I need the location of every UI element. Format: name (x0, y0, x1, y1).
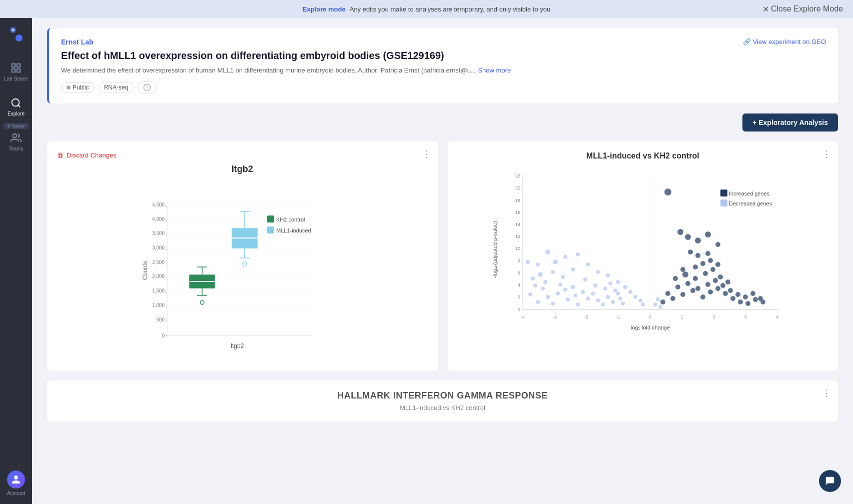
svg-point-125 (536, 262, 540, 266)
svg-text:2,000: 2,000 (152, 274, 165, 279)
svg-rect-4 (17, 64, 20, 66)
svg-point-139 (680, 292, 685, 297)
svg-point-111 (543, 280, 547, 284)
svg-point-2 (12, 28, 15, 32)
svg-text:4: 4 (776, 314, 778, 320)
boxplot-title: Itgb2 (57, 164, 428, 174)
sidebar-item-teams[interactable]: Teams 8 Teams (0, 124, 32, 159)
svg-text:0: 0 (518, 307, 520, 312)
svg-text:KH2 control: KH2 control (276, 216, 305, 222)
svg-text:MLL1-induced: MLL1-induced (276, 228, 311, 234)
svg-text:10: 10 (515, 246, 520, 251)
svg-point-160 (750, 291, 755, 296)
svg-point-105 (601, 302, 605, 306)
svg-point-1 (16, 34, 23, 42)
lab-space-icon (10, 62, 22, 74)
svg-text:18: 18 (515, 198, 520, 203)
svg-point-126 (526, 260, 530, 264)
public-tag-dot (67, 86, 71, 90)
svg-point-49 (200, 300, 204, 304)
svg-point-102 (576, 302, 580, 306)
svg-point-167 (718, 274, 723, 280)
svg-point-143 (715, 286, 720, 291)
svg-point-93 (551, 302, 555, 306)
svg-text:log₂ fold change: log₂ fold change (630, 324, 670, 330)
chat-bubble-button[interactable] (819, 470, 841, 492)
svg-point-140 (690, 288, 695, 293)
svg-text:-1: -1 (616, 314, 620, 320)
svg-point-185 (658, 305, 662, 309)
svg-point-88 (536, 300, 540, 304)
show-more-link[interactable]: Show more (478, 66, 511, 74)
svg-point-136 (641, 302, 645, 306)
svg-text:2: 2 (712, 314, 715, 320)
boxplot-menu-button[interactable]: ⋮ (422, 148, 431, 160)
svg-point-145 (730, 296, 735, 301)
tag-extra (138, 82, 157, 94)
svg-point-184 (656, 298, 660, 302)
svg-point-166 (710, 267, 715, 272)
svg-point-103 (606, 295, 610, 299)
link-icon: 🔗 (743, 38, 751, 46)
tag-rna-seq: RNA-seq (99, 82, 134, 93)
svg-point-107 (621, 302, 625, 306)
svg-point-172 (715, 262, 720, 267)
svg-text:500: 500 (157, 317, 165, 322)
svg-text:-3: -3 (553, 314, 557, 320)
svg-point-101 (581, 290, 585, 294)
tag-public: Public (61, 82, 95, 93)
svg-point-98 (586, 296, 590, 300)
exploratory-analysis-button[interactable]: + Exploratory Analysis (742, 114, 838, 132)
discard-changes-button[interactable]: 🗑 Discard Changes (57, 152, 428, 159)
svg-point-89 (546, 295, 550, 299)
sidebar-item-explore[interactable]: Explore (0, 89, 32, 124)
svg-point-141 (700, 294, 705, 300)
svg-text:1: 1 (680, 314, 683, 320)
svg-point-134 (633, 295, 637, 299)
experiment-description: We determined the effect of overexpressi… (61, 66, 826, 76)
account-label: Account (7, 490, 25, 496)
svg-text:1,000: 1,000 (152, 302, 165, 308)
svg-point-153 (695, 286, 700, 291)
svg-point-118 (593, 284, 597, 288)
svg-point-159 (743, 294, 748, 300)
sidebar-item-lab-space[interactable]: Lab Space (0, 54, 32, 89)
svg-point-180 (695, 238, 701, 244)
svg-point-110 (571, 285, 575, 289)
svg-text:8: 8 (518, 258, 520, 264)
svg-point-128 (586, 262, 590, 266)
svg-text:4: 4 (518, 282, 520, 288)
svg-text:12: 12 (515, 234, 520, 239)
svg-point-173 (680, 267, 685, 272)
svg-point-90 (556, 292, 560, 296)
svg-text:0: 0 (162, 333, 165, 338)
svg-point-9 (13, 134, 17, 137)
app-logo[interactable] (0, 18, 32, 50)
svg-point-104 (611, 300, 615, 304)
svg-point-183 (653, 302, 657, 306)
svg-point-147 (745, 301, 750, 306)
sidebar-label-explore: Explore (8, 111, 25, 116)
svg-point-123 (563, 255, 567, 259)
svg-text:22: 22 (515, 174, 520, 178)
svg-point-155 (713, 278, 718, 283)
svg-point-148 (753, 297, 758, 302)
close-explore-button[interactable]: ✕ Close Explore Mode (762, 4, 843, 14)
volcano-menu-button[interactable]: ⋮ (822, 148, 831, 160)
svg-point-156 (720, 283, 725, 288)
svg-point-96 (541, 286, 545, 290)
svg-text:6: 6 (518, 270, 520, 276)
svg-text:Increased genes: Increased genes (729, 190, 770, 196)
svg-point-120 (608, 282, 612, 286)
svg-rect-186 (720, 190, 727, 196)
geo-link[interactable]: 🔗 View experiment on GEO (743, 38, 826, 46)
svg-point-121 (613, 288, 617, 292)
svg-point-137 (660, 300, 665, 304)
bottom-card-menu-button[interactable]: ⋮ (822, 388, 831, 398)
account-avatar[interactable] (7, 470, 25, 488)
boxplot-card: 🗑 Discard Changes ⋮ Itgb2 Counts (47, 142, 438, 370)
svg-point-124 (545, 250, 550, 254)
volcano-card: ⋮ MLL1-induced vs KH2 control -log₁₀(adj… (448, 142, 838, 370)
svg-point-113 (538, 272, 543, 277)
svg-point-122 (553, 260, 558, 264)
